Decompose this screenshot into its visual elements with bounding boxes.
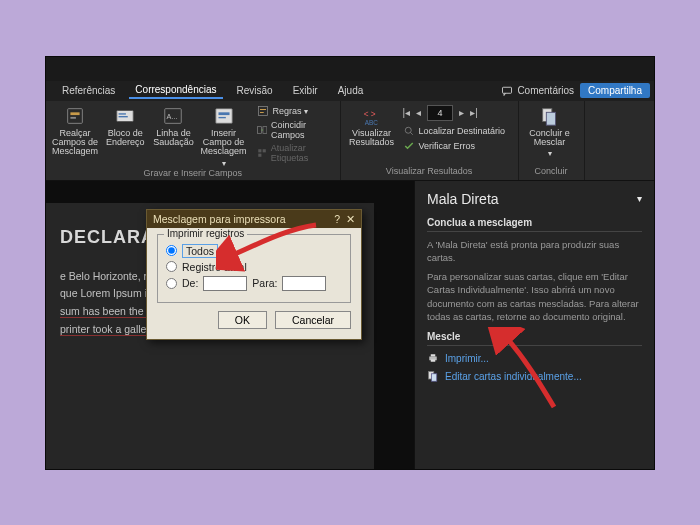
print-link[interactable]: Imprimir... [427,352,642,364]
edit-letters-link[interactable]: Editar cartas individualmente... [427,370,642,382]
pane-title: Mala Direta [427,191,499,207]
svg-text:A...: A... [167,111,178,120]
rules-icon [257,105,269,117]
print-records-group: Imprimir registros Todos Registro atual … [157,234,351,303]
tab-exibir[interactable]: Exibir [287,83,324,98]
svg-rect-25 [431,360,436,362]
svg-rect-14 [262,126,266,133]
finish-merge-button[interactable]: Concluir e Mesclar [525,105,575,159]
option-range[interactable]: De: Para: [166,276,342,291]
comment-icon [501,85,513,97]
svg-rect-9 [215,108,232,123]
last-record-button[interactable]: ▸| [470,107,478,118]
comments-label: Comentários [517,85,574,96]
first-record-button[interactable]: |◂ [403,107,411,118]
range-to-input[interactable] [282,276,326,291]
svg-rect-27 [432,374,437,382]
svg-rect-17 [258,153,261,156]
rules-button[interactable]: Regras [257,105,334,117]
svg-rect-1 [68,108,83,123]
insert-merge-field-button[interactable]: Inserir Campo de Mesclagem [201,105,247,168]
svg-rect-16 [262,149,265,152]
tab-ajuda[interactable]: Ajuda [332,83,370,98]
svg-rect-0 [503,87,512,93]
radio-current[interactable] [166,261,177,272]
check-errors-button[interactable]: Verificar Erros [403,140,506,152]
greeting-icon: A... [162,105,184,127]
dialog-close-button[interactable]: ✕ [346,213,355,225]
svg-text:ABC: ABC [364,119,378,126]
find-recipient-button[interactable]: Localizar Destinatário [403,125,506,137]
search-icon [403,125,415,137]
highlight-merge-fields-button[interactable]: Realçar Campos de Mesclagem [52,105,98,157]
tab-correspondencias[interactable]: Correspondências [129,82,222,99]
ribbon-tabs: Referências Correspondências Revisão Exi… [46,81,654,101]
range-to-label: Para: [252,277,277,289]
svg-rect-2 [70,112,79,115]
preview-icon: < >ABC [361,105,383,127]
group-finish: Concluir [525,166,578,176]
match-icon [257,124,268,136]
next-record-button[interactable]: ▸ [459,107,464,118]
pane-menu-button[interactable]: ▾ [637,193,642,204]
svg-rect-11 [218,116,225,117]
address-block-icon [114,105,136,127]
option-current[interactable]: Registro atual [166,261,342,273]
pane-text-ready: A 'Mala Direta' está pronta para produzi… [427,238,642,265]
dialog-titlebar[interactable]: Mesclagem para impressora ? ✕ [147,210,361,228]
comments-button[interactable]: Comentários [501,83,574,98]
check-icon [403,140,415,152]
update-labels-button: Atualizar Etiquetas [257,143,334,163]
radio-all[interactable] [166,245,177,256]
tab-revisao[interactable]: Revisão [231,83,279,98]
svg-rect-12 [258,106,267,115]
pane-text-instructions: Para personalizar suas cartas, clique em… [427,270,642,323]
group-insert-fields: Gravar e Inserir Campos [52,168,334,178]
record-number-input[interactable]: 4 [427,105,453,121]
labels-icon [257,147,267,159]
highlight-icon [64,105,86,127]
svg-rect-10 [218,112,229,115]
svg-point-20 [405,127,411,133]
greeting-line-button[interactable]: A... Linha de Saudação [152,105,194,148]
ok-button[interactable]: OK [218,311,267,329]
preview-results-button[interactable]: < >ABC Visualizar Resultados [347,105,397,148]
pane-section-merge: Mescle [427,331,642,346]
svg-text:< >: < > [363,109,375,118]
svg-rect-24 [431,355,436,357]
cancel-button[interactable]: Cancelar [275,311,351,329]
edit-docs-icon [427,370,439,382]
match-fields-button[interactable]: Coincidir Campos [257,120,334,140]
mail-merge-pane: Mala Direta ▾ Conclua a mesclagem A 'Mal… [414,181,654,469]
dialog-help-button[interactable]: ? [334,213,340,225]
ribbon: Realçar Campos de Mesclagem Bloco de End… [46,101,654,181]
group-preview-results: Visualizar Resultados [347,166,512,176]
share-button[interactable]: Compartilha [580,83,650,98]
svg-rect-15 [258,149,261,152]
tab-referencias[interactable]: Referências [56,83,121,98]
pane-section-complete: Conclua a mesclagem [427,217,642,232]
svg-rect-6 [119,116,128,117]
finish-icon [539,105,561,127]
radio-range[interactable] [166,278,177,289]
insert-field-icon [213,105,235,127]
dialog-title: Mesclagem para impressora [153,213,285,225]
printer-icon [427,352,439,364]
svg-rect-5 [119,113,126,114]
svg-rect-22 [546,112,555,125]
address-block-button[interactable]: Bloco de Endereço [104,105,146,148]
word-window: Referências Correspondências Revisão Exi… [45,56,655,470]
svg-rect-3 [70,116,76,118]
range-from-input[interactable] [203,276,247,291]
option-all[interactable]: Todos [166,244,342,258]
prev-record-button[interactable]: ◂ [416,107,421,118]
svg-rect-13 [257,126,261,133]
group-legend: Imprimir registros [164,228,247,239]
record-navigation[interactable]: |◂ ◂ 4 ▸ ▸| [403,105,506,121]
merge-to-printer-dialog: Mesclagem para impressora ? ✕ Imprimir r… [146,209,362,340]
